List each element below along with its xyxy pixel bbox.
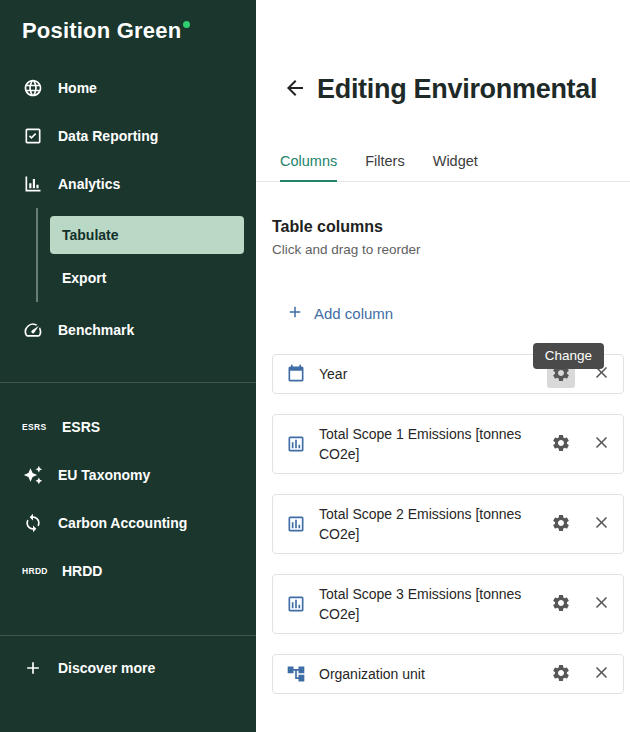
section-title: Table columns: [272, 218, 630, 236]
sidebar-item-analytics[interactable]: Analytics: [0, 160, 256, 208]
close-icon: [592, 513, 611, 535]
sidebar: Position Green Home Data Reporting Analy…: [0, 0, 256, 732]
hrdd-badge-icon: HRDD: [22, 566, 48, 576]
tab-widget[interactable]: Widget: [433, 145, 478, 181]
column-remove-button[interactable]: [587, 660, 615, 688]
sidebar-item-discover-more[interactable]: Discover more: [0, 644, 256, 692]
sidebar-item-label: Home: [58, 80, 97, 96]
calendar-icon: [285, 364, 307, 384]
tab-label: Filters: [365, 153, 404, 169]
sidebar-item-home[interactable]: Home: [0, 64, 256, 112]
page-title: Editing Environmental: [317, 74, 597, 105]
sidebar-item-label: Discover more: [58, 660, 155, 676]
sidebar-item-label: Export: [62, 270, 106, 286]
section-subtitle: Click and drag to reorder: [272, 242, 630, 257]
plus-icon: [286, 303, 304, 324]
tab-label: Columns: [280, 153, 337, 169]
sidebar-item-esrs[interactable]: ESRS ESRS: [0, 403, 256, 451]
carbon-cycle-icon: [22, 512, 44, 534]
sidebar-item-label: HRDD: [62, 563, 102, 579]
analytics-icon: [22, 173, 44, 195]
bar-chart-icon: [285, 434, 307, 454]
org-tree-icon: [285, 664, 307, 684]
sidebar-item-export[interactable]: Export: [38, 254, 256, 302]
close-icon: [592, 433, 611, 455]
analytics-subgroup: Tabulate Export: [36, 208, 256, 302]
sparkles-icon: [22, 464, 44, 486]
brand-dot: [183, 21, 190, 28]
sidebar-item-data-reporting[interactable]: Data Reporting: [0, 112, 256, 160]
sidebar-item-label: Analytics: [58, 176, 120, 192]
column-card-scope2[interactable]: Total Scope 2 Emissions [tonnes CO2e]: [272, 494, 624, 554]
gear-icon: [551, 593, 571, 616]
plus-icon: [22, 657, 44, 679]
title-row: Editing Environmental: [282, 74, 630, 105]
benchmark-icon: [22, 319, 44, 341]
column-remove-button[interactable]: [587, 430, 615, 458]
brand-name: Position Green: [22, 18, 181, 43]
column-settings-button[interactable]: [547, 430, 575, 458]
close-icon: [592, 593, 611, 615]
tab-label: Widget: [433, 153, 478, 169]
sidebar-item-label: Tabulate: [62, 227, 119, 243]
close-icon: [592, 663, 611, 685]
column-label: Total Scope 1 Emissions [tonnes CO2e]: [319, 424, 535, 464]
column-remove-button[interactable]: [587, 510, 615, 538]
sidebar-item-carbon-accounting[interactable]: Carbon Accounting: [0, 499, 256, 547]
column-label: Total Scope 2 Emissions [tonnes CO2e]: [319, 504, 535, 544]
home-icon: [22, 77, 44, 99]
sidebar-item-benchmark[interactable]: Benchmark: [0, 306, 256, 354]
gear-icon: [551, 433, 571, 456]
back-arrow-icon: [283, 76, 307, 103]
brand-logo: Position Green: [0, 0, 256, 64]
column-label: Year: [319, 364, 535, 384]
sidebar-divider: [0, 382, 256, 383]
sidebar-divider: [0, 635, 256, 636]
column-settings-button[interactable]: [547, 590, 575, 618]
sidebar-item-hrdd[interactable]: HRDD HRDD: [0, 547, 256, 595]
tab-filters[interactable]: Filters: [365, 145, 404, 181]
change-tooltip: Change: [533, 343, 604, 369]
column-card-scope3[interactable]: Total Scope 3 Emissions [tonnes CO2e]: [272, 574, 624, 634]
back-button[interactable]: [282, 77, 308, 103]
sidebar-item-label: Benchmark: [58, 322, 134, 338]
add-column-button[interactable]: Add column: [286, 303, 393, 324]
table-columns-section-header: Table columns Click and drag to reorder: [272, 218, 630, 257]
column-settings-button[interactable]: [547, 660, 575, 688]
sidebar-item-label: ESRS: [62, 419, 100, 435]
column-card-organization-unit[interactable]: Organization unit: [272, 654, 624, 694]
column-list: Year Total Scope 1 Emissions [tonnes CO2…: [272, 354, 624, 694]
esrs-badge-icon: ESRS: [22, 422, 48, 432]
column-settings-button[interactable]: [547, 510, 575, 538]
column-label: Total Scope 3 Emissions [tonnes CO2e]: [319, 584, 535, 624]
sidebar-item-label: Data Reporting: [58, 128, 158, 144]
data-reporting-icon: [22, 125, 44, 147]
column-card-scope1[interactable]: Total Scope 1 Emissions [tonnes CO2e]: [272, 414, 624, 474]
sidebar-item-label: EU Taxonomy: [58, 467, 150, 483]
add-column-label: Add column: [314, 305, 393, 322]
gear-icon: [551, 513, 571, 536]
sidebar-item-eu-taxonomy[interactable]: EU Taxonomy: [0, 451, 256, 499]
sidebar-modules: ESRS ESRS EU Taxonomy Carbon Accounting …: [0, 403, 256, 595]
tab-bar: Columns Filters Widget: [256, 145, 630, 182]
column-remove-button[interactable]: [587, 590, 615, 618]
main-panel: Editing Environmental Columns Filters Wi…: [256, 0, 630, 732]
tab-columns[interactable]: Columns: [280, 145, 337, 181]
bar-chart-icon: [285, 514, 307, 534]
gear-icon: [551, 663, 571, 686]
sidebar-item-label: Carbon Accounting: [58, 515, 187, 531]
sidebar-item-tabulate[interactable]: Tabulate: [50, 216, 244, 254]
column-label: Organization unit: [319, 664, 535, 684]
bar-chart-icon: [285, 594, 307, 614]
